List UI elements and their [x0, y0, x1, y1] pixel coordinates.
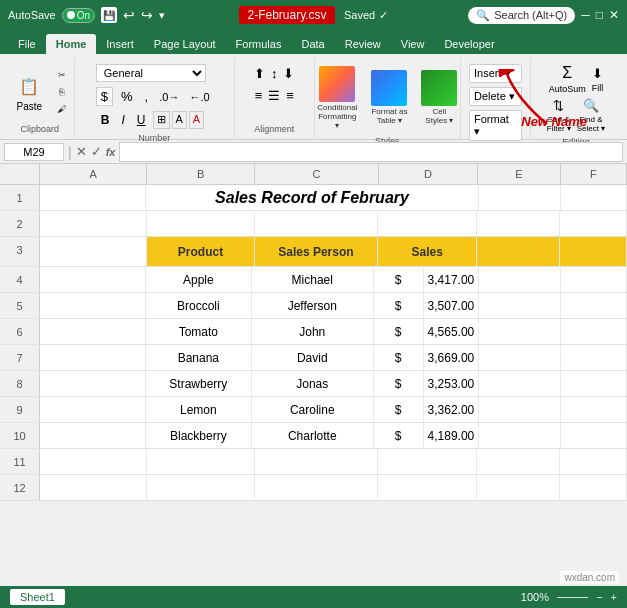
cell-9e[interactable] — [479, 397, 561, 422]
cell-2c[interactable] — [255, 211, 379, 236]
col-header-b[interactable]: A — [40, 164, 147, 184]
italic-button[interactable]: I — [116, 111, 129, 129]
cell-6e[interactable] — [479, 319, 561, 344]
cell-person-david[interactable]: David — [252, 345, 374, 370]
cell-product-lemon[interactable]: Lemon — [146, 397, 252, 422]
cell-10f[interactable] — [561, 423, 627, 448]
cell-3e[interactable] — [477, 237, 560, 266]
cell-5a[interactable] — [40, 293, 146, 318]
format-table-button[interactable]: Format asTable ▾ — [367, 68, 411, 128]
bold-button[interactable]: B — [96, 111, 115, 129]
tab-formulas[interactable]: Formulas — [226, 34, 292, 54]
align-bottom-icon[interactable]: ⬇ — [281, 64, 296, 83]
cell-product-strawberry[interactable]: Strawberry — [146, 371, 252, 396]
cell-amount-tomato[interactable]: 4,565.00 — [424, 319, 480, 344]
insert-function-icon[interactable]: fx — [106, 146, 116, 158]
tab-view[interactable]: View — [391, 34, 435, 54]
zoom-out-icon[interactable]: − — [596, 591, 602, 603]
cell-person-jonas[interactable]: Jonas — [252, 371, 374, 396]
cell-product-banana[interactable]: Banana — [146, 345, 252, 370]
font-select[interactable]: General — [96, 64, 206, 82]
cell-11e[interactable] — [477, 449, 560, 474]
paste-button[interactable]: 📋 Paste — [9, 69, 49, 116]
cell-7e[interactable] — [479, 345, 561, 370]
cell-dollar-6[interactable]: $ — [374, 397, 424, 422]
cell-1f[interactable] — [561, 185, 627, 210]
cell-12a[interactable] — [40, 475, 147, 500]
cell-dollar-1[interactable]: $ — [374, 267, 424, 292]
cell-11f[interactable] — [560, 449, 627, 474]
zoom-in-icon[interactable]: + — [611, 591, 617, 603]
cell-1a[interactable] — [40, 185, 146, 210]
col-header-d[interactable]: C — [255, 164, 379, 184]
cell-5e[interactable] — [479, 293, 561, 318]
cell-dollar-4[interactable]: $ — [374, 345, 424, 370]
align-top-icon[interactable]: ⬆ — [252, 64, 267, 83]
cell-12e[interactable] — [477, 475, 560, 500]
cell-12d[interactable] — [378, 475, 477, 500]
confirm-formula-icon[interactable]: ✓ — [91, 144, 102, 159]
redo-icon[interactable]: ↪ — [141, 7, 153, 23]
cell-4a[interactable] — [40, 267, 146, 292]
copy-button[interactable]: ⎘ — [53, 85, 70, 99]
cell-2d[interactable] — [378, 211, 477, 236]
cell-11c[interactable] — [255, 449, 379, 474]
cell-amount-banana[interactable]: 3,669.00 — [424, 345, 480, 370]
cell-9f[interactable] — [561, 397, 627, 422]
cell-7a[interactable] — [40, 345, 146, 370]
cell-person-jefferson[interactable]: Jefferson — [252, 293, 374, 318]
align-center-icon[interactable]: ☰ — [266, 86, 282, 105]
cell-8a[interactable] — [40, 371, 146, 396]
cell-person-caroline[interactable]: Caroline — [252, 397, 374, 422]
zoom-slider[interactable]: ──── — [557, 591, 588, 603]
save-icon[interactable]: 💾 — [101, 7, 117, 23]
cell-5f[interactable] — [561, 293, 627, 318]
cell-1e[interactable] — [479, 185, 561, 210]
tab-file[interactable]: File — [8, 34, 46, 54]
format-painter-button[interactable]: 🖌 — [53, 102, 70, 116]
cell-dollar-5[interactable]: $ — [374, 371, 424, 396]
cell-7f[interactable] — [561, 345, 627, 370]
cell-2e[interactable] — [477, 211, 560, 236]
fill-button[interactable]: ⬇ Fill — [592, 66, 604, 93]
autosave-toggle[interactable]: On — [62, 8, 95, 23]
cell-12b[interactable] — [147, 475, 254, 500]
cell-product-apple[interactable]: Apple — [146, 267, 252, 292]
align-left-icon[interactable]: ≡ — [253, 86, 265, 105]
cut-button[interactable]: ✂ — [53, 68, 70, 82]
cell-amount-blackberry[interactable]: 4,189.00 — [424, 423, 480, 448]
cell-amount-broccoli[interactable]: 3,507.00 — [424, 293, 480, 318]
cell-4e[interactable] — [479, 267, 561, 292]
tab-insert[interactable]: Insert — [96, 34, 144, 54]
col-header-f[interactable]: E — [478, 164, 561, 184]
header-salesperson[interactable]: Sales Person — [255, 237, 379, 266]
cell-11d[interactable] — [378, 449, 477, 474]
tab-data[interactable]: Data — [291, 34, 334, 54]
cell-6f[interactable] — [561, 319, 627, 344]
cell-reference-box[interactable]: M29 — [4, 143, 64, 161]
col-header-g[interactable]: F — [561, 164, 627, 184]
font-color-button[interactable]: A — [189, 111, 204, 129]
search-box[interactable]: 🔍 Search (Alt+Q) — [468, 7, 575, 24]
cell-dollar-7[interactable]: $ — [374, 423, 424, 448]
cell-8e[interactable] — [479, 371, 561, 396]
decrease-decimal[interactable]: ←.0 — [186, 90, 212, 104]
cell-12c[interactable] — [255, 475, 379, 500]
cell-person-charlotte[interactable]: Charlotte — [252, 423, 374, 448]
cell-dollar-2[interactable]: $ — [374, 293, 424, 318]
cell-product-blackberry[interactable]: Blackberry — [146, 423, 252, 448]
underline-button[interactable]: U — [132, 111, 151, 129]
spreadsheet-title[interactable]: Sales Record of February — [146, 185, 478, 210]
formula-input[interactable] — [119, 142, 623, 162]
sheet-tab[interactable]: Sheet1 — [10, 589, 65, 605]
tab-home[interactable]: Home — [46, 34, 97, 54]
cell-amount-apple[interactable]: 3,417.00 — [424, 267, 480, 292]
cell-3f[interactable] — [560, 237, 627, 266]
cell-styles-button[interactable]: CellStyles ▾ — [417, 68, 461, 128]
cell-9a[interactable] — [40, 397, 146, 422]
cell-11b[interactable] — [147, 449, 254, 474]
border-button[interactable]: ⊞ — [153, 111, 170, 129]
cell-6a[interactable] — [40, 319, 146, 344]
tab-page-layout[interactable]: Page Layout — [144, 34, 226, 54]
col-header-c[interactable]: B — [147, 164, 254, 184]
